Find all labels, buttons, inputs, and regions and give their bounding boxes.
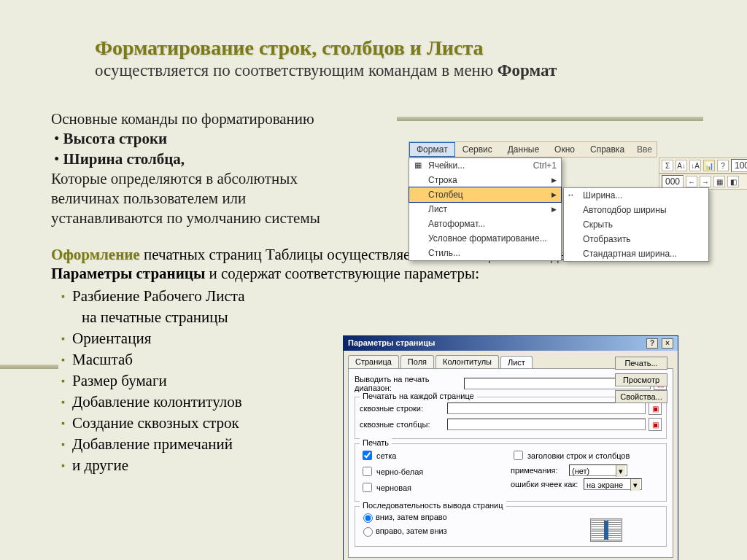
- chk-headers[interactable]: [514, 451, 523, 460]
- sort-desc-icon[interactable]: ↓A: [689, 160, 701, 171]
- slide: Форматирование строк, столбцов и Листа о…: [0, 0, 747, 560]
- fill-icon[interactable]: ◧: [727, 176, 739, 187]
- chk-bw[interactable]: [363, 467, 372, 476]
- subtitle-text: осуществляется по соответствующим команд…: [95, 61, 498, 79]
- dialog-title: Параметры страницы: [348, 338, 435, 349]
- properties-button[interactable]: Свойства...: [615, 390, 667, 403]
- submenu-item-label: Стандартная ширина...: [583, 249, 677, 259]
- line-3: величинах пользователем или: [51, 189, 357, 209]
- menu-cond-format[interactable]: Условное форматирование...: [409, 231, 561, 246]
- dialog-title-bar: Параметры страницы ? ×: [344, 336, 678, 351]
- range-picker-icon[interactable]: ▣: [649, 418, 662, 431]
- design-heading: Оформление: [51, 246, 140, 263]
- decorative-rule-2: [0, 365, 58, 369]
- chk-bw-label: черно-белая: [376, 467, 423, 476]
- autosum-icon[interactable]: Σ: [662, 160, 673, 171]
- line-4: устанавливаются по умолчанию системы: [51, 209, 357, 228]
- bullet-1-text: Высота строки: [63, 130, 168, 147]
- rows-through-input[interactable]: [447, 402, 646, 414]
- print-options-group: Печать сетка черно-белая черновая заголо…: [355, 443, 667, 502]
- sort-asc-icon[interactable]: A↓: [676, 160, 687, 171]
- page-order-icon: [590, 518, 622, 542]
- help-button[interactable]: ?: [646, 338, 658, 349]
- menu-item-label: Строка: [428, 175, 457, 185]
- errors-select[interactable]: на экране: [584, 478, 642, 490]
- menu-item-label: Стиль...: [428, 248, 460, 258]
- line-1: Основные команды по форматированию: [51, 109, 357, 129]
- menu-help[interactable]: Справка: [583, 142, 632, 157]
- bullet-2-text: Ширина столбца,: [63, 150, 185, 168]
- submenu-item-label: Отобразить: [583, 234, 630, 244]
- tab-page[interactable]: Страница: [348, 355, 399, 368]
- dec-indent-icon[interactable]: ←: [686, 176, 697, 187]
- menu-item-label: Ячейки...: [428, 160, 465, 171]
- page-order-group: Последовательность вывода страниц вниз, …: [355, 506, 667, 547]
- help-icon[interactable]: ?: [717, 160, 729, 171]
- chart-icon[interactable]: 📊: [703, 160, 715, 171]
- chk-grid-label: сетка: [376, 451, 396, 460]
- cells-icon: ▦: [412, 160, 424, 171]
- submenu-arrow-icon: ▶: [551, 206, 557, 213]
- range-picker-icon[interactable]: ▣: [649, 402, 662, 415]
- border-icon[interactable]: ▦: [713, 176, 725, 187]
- submenu-hide[interactable]: Скрыть: [564, 217, 708, 232]
- radio-right[interactable]: [363, 527, 373, 537]
- shortcut-label: Ctrl+1: [533, 160, 557, 171]
- menu-row[interactable]: Строка ▶: [409, 173, 561, 187]
- notes-label: примечания:: [511, 466, 569, 475]
- tab-headers[interactable]: Колонтитулы: [436, 355, 499, 368]
- list-item-cont: на печатные страницы: [82, 307, 328, 328]
- menu-service[interactable]: Сервис: [455, 142, 500, 157]
- rows-through-row: сквозные строки: ▣: [360, 402, 662, 415]
- bullet-list: Разбиение Рабочего Листа на печатные стр…: [51, 286, 328, 476]
- submenu-item-label: Скрыть: [583, 219, 613, 230]
- print-button[interactable]: Печать...: [615, 357, 667, 370]
- submenu-stdwidth[interactable]: Стандартная ширина...: [564, 246, 708, 261]
- number-format[interactable]: 000: [662, 175, 684, 188]
- inc-indent-icon[interactable]: →: [700, 176, 711, 187]
- radio-down[interactable]: [363, 513, 373, 523]
- print-legend: Печать: [360, 438, 392, 447]
- cols-through-input[interactable]: [447, 419, 646, 430]
- menu-column[interactable]: Столбец ▶: [409, 187, 562, 203]
- toolbar-right: Σ A↓ ↓A 📊 ? 100%: [659, 158, 747, 174]
- submenu-show[interactable]: Отобразить: [564, 232, 708, 246]
- submenu-arrow-icon: ▶: [551, 191, 557, 198]
- list-item: Размер бумаги: [61, 370, 328, 392]
- menu-window[interactable]: Окно: [547, 142, 583, 157]
- submenu-autowidth[interactable]: Автоподбор ширины: [564, 203, 708, 217]
- print-range-label: Выводить на печать диапазон:: [355, 375, 464, 392]
- chk-draft-label: черновая: [376, 483, 411, 492]
- design-text-2: и содержат соответствующие параметры:: [205, 265, 479, 282]
- menu-data[interactable]: Данные: [500, 142, 547, 157]
- radio-right-label: вправо, затем вниз: [376, 526, 447, 535]
- menu-autoformat[interactable]: Автоформат...: [409, 217, 561, 231]
- zoom-combo[interactable]: 100%: [731, 159, 747, 172]
- preview-button[interactable]: Просмотр: [615, 373, 667, 386]
- menu-screenshot: Формат Сервис Данные Окно Справка Вве Σ …: [409, 141, 657, 158]
- chk-grid[interactable]: [363, 451, 372, 460]
- help-input[interactable]: Вве: [632, 142, 657, 157]
- menu-format[interactable]: Формат: [409, 142, 455, 157]
- format-dropdown: ▦ Ячейки... Ctrl+1 Строка ▶ Столбец ▶ Ли…: [409, 158, 562, 261]
- menu-item-label: Условное форматирование...: [428, 233, 547, 244]
- notes-select[interactable]: (нет): [569, 464, 627, 476]
- line-2: Которые определяются в абсолютных: [51, 169, 357, 189]
- menu-item-label: Столбец: [428, 190, 463, 200]
- cols-through-row: сквозные столбцы: ▣: [360, 418, 662, 431]
- submenu-item-label: Автоподбор ширины: [583, 205, 667, 215]
- chk-draft[interactable]: [363, 483, 372, 492]
- errors-label: ошибки ячеек как:: [511, 480, 584, 489]
- design-strong: Параметры страницы: [51, 265, 205, 282]
- menu-style[interactable]: Стиль...: [409, 246, 561, 260]
- window-controls: ? ×: [645, 338, 673, 349]
- list-item: Разбиение Рабочего Листа: [61, 286, 328, 307]
- tab-margins[interactable]: Поля: [400, 355, 434, 368]
- close-button[interactable]: ×: [662, 338, 673, 349]
- order-legend: Последовательность вывода страниц: [360, 501, 506, 510]
- bullet-1: • Высота строки: [54, 129, 357, 149]
- tab-sheet[interactable]: Лист: [500, 356, 533, 369]
- submenu-width[interactable]: ↔ Ширина...: [564, 188, 708, 203]
- menu-cells[interactable]: ▦ Ячейки... Ctrl+1: [409, 158, 561, 173]
- menu-sheet[interactable]: Лист ▶: [409, 202, 561, 217]
